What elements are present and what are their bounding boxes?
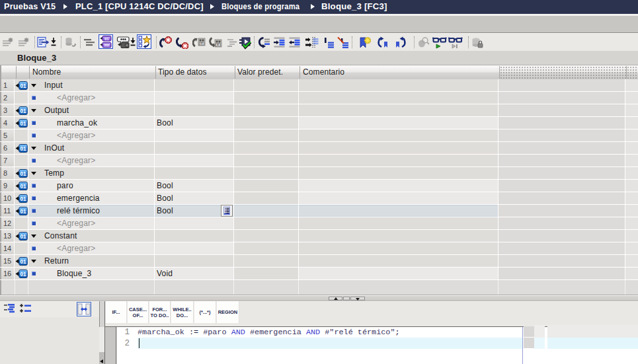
svg-text:01: 01	[20, 234, 27, 240]
svg-text:01: 01	[200, 42, 203, 45]
svg-text:01: 01	[20, 184, 27, 190]
svg-text:01: 01	[20, 146, 27, 152]
svg-text:01: 01	[20, 171, 27, 177]
svg-text:01: 01	[20, 272, 27, 277]
svg-text:01: 01	[20, 108, 27, 114]
svg-text:01: 01	[104, 37, 109, 41]
svg-text:01: 01	[20, 83, 27, 89]
svg-text:01: 01	[20, 259, 27, 265]
svg-text:01: 01	[20, 209, 27, 215]
svg-text:01: 01	[20, 121, 27, 127]
svg-text:01: 01	[217, 44, 219, 46]
svg-text:01: 01	[20, 196, 27, 202]
